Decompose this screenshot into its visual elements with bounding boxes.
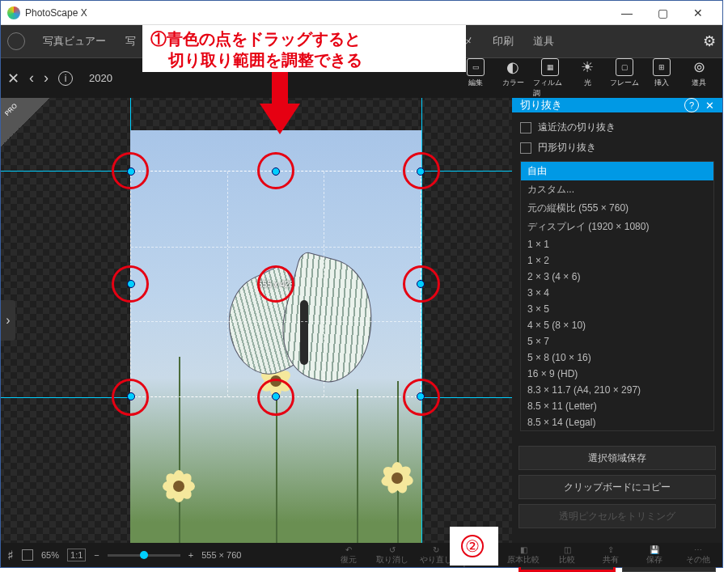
crop-panel: 切り抜き ? ✕ 遠近法の切り抜き 円形切り抜き 自由 カスタム... 元の縦横… bbox=[512, 98, 722, 543]
ratio-item[interactable]: 5 × 8 (10 × 16) bbox=[521, 350, 713, 366]
redo-button[interactable]: ↻やり直し bbox=[418, 545, 454, 566]
zoom-1to1-button[interactable]: 1:1 bbox=[67, 549, 86, 561]
svg-marker-0 bbox=[260, 71, 300, 134]
other-button[interactable]: ⋯その他 bbox=[680, 545, 716, 566]
history-toggle[interactable] bbox=[7, 32, 25, 50]
ratio-item[interactable]: 2 × 3 (4 × 6) bbox=[521, 269, 713, 285]
zoom-in-icon[interactable]: + bbox=[188, 550, 193, 560]
trim-transparent-button: 透明ピクセルをトリミング bbox=[518, 504, 716, 528]
panel-close-icon[interactable]: ✕ bbox=[705, 100, 714, 112]
titlebar: PhotoScape X — ▢ ✕ bbox=[1, 1, 722, 25]
canvas-area[interactable]: PRO › bbox=[1, 98, 512, 543]
tool-color[interactable]: ◐カラー bbox=[496, 58, 530, 99]
filename-label: 2020 bbox=[89, 72, 112, 84]
handle-bc[interactable] bbox=[272, 392, 280, 400]
app-title: PhotoScape X bbox=[25, 7, 87, 19]
zoom-value: 65% bbox=[41, 550, 59, 560]
ratio-item[interactable]: 1 × 1 bbox=[521, 236, 713, 252]
handle-tc[interactable] bbox=[272, 167, 280, 176]
panel-header: 切り抜き ? ✕ bbox=[512, 98, 722, 112]
undo-button[interactable]: ↺取り消し bbox=[375, 545, 410, 566]
ratio-item[interactable]: 3 × 4 bbox=[521, 285, 713, 301]
ratio-item[interactable]: ディスプレイ (1920 × 1080) bbox=[521, 218, 713, 236]
handle-bl[interactable] bbox=[127, 392, 135, 400]
compare-orig-button[interactable]: ◧原本比較 bbox=[506, 545, 541, 566]
tab-tools[interactable]: 道具 bbox=[523, 25, 564, 57]
tool-insert[interactable]: ⊞挿入 bbox=[645, 58, 679, 99]
ratio-item[interactable]: カスタム... bbox=[521, 180, 713, 199]
annotation-1: ①青色の点をドラッグすると 切り取り範囲を調整できる bbox=[142, 25, 466, 72]
share-button[interactable]: ⇪共有 bbox=[593, 545, 629, 566]
panel-title: 切り抜き bbox=[520, 98, 562, 112]
red-arrow-icon bbox=[256, 71, 304, 136]
ratio-item[interactable]: 元の縦横比 (555 × 760) bbox=[521, 199, 713, 218]
next-icon[interactable]: › bbox=[44, 70, 49, 87]
help-icon[interactable]: ? bbox=[684, 98, 699, 112]
ratio-item[interactable]: 8.3 × 11.7 (A4, 210 × 297) bbox=[521, 382, 713, 398]
close-window-button[interactable]: ✕ bbox=[680, 2, 716, 24]
info-icon[interactable]: i bbox=[58, 71, 73, 86]
save-selection-button[interactable]: 選択領域保存 bbox=[518, 446, 716, 470]
ratio-item[interactable]: 16 × 9 (HD) bbox=[521, 366, 713, 382]
tab-editor[interactable]: 写 bbox=[116, 25, 146, 57]
copy-clipboard-button[interactable]: クリップボードにコピー bbox=[518, 475, 716, 499]
app-logo-icon bbox=[7, 6, 20, 19]
annotation-2: ② bbox=[450, 527, 498, 566]
save-button[interactable]: 💾保存 bbox=[637, 545, 672, 566]
ratio-item[interactable]: 1 × 2 bbox=[521, 252, 713, 269]
image-dims: 555 × 760 bbox=[201, 550, 241, 560]
crop-size-label: 555 x 428 bbox=[258, 280, 294, 289]
ratio-item[interactable]: 8.5 × 11 (Letter) bbox=[521, 398, 713, 414]
tool-light[interactable]: ☀光 bbox=[570, 58, 604, 99]
handle-tl[interactable] bbox=[127, 167, 135, 176]
undo-all-button[interactable]: ↶復元 bbox=[331, 545, 366, 566]
app-window: PhotoScape X — ▢ ✕ 写真ビュアー 写 メ 印刷 道具 ⚙ ✕ … bbox=[0, 0, 723, 568]
bg-toggle-icon[interactable] bbox=[22, 549, 33, 561]
ratio-item[interactable]: 5 × 7 bbox=[521, 333, 713, 350]
grid-icon[interactable]: ♯ bbox=[7, 548, 14, 563]
handle-tr[interactable] bbox=[417, 167, 425, 176]
settings-gear-icon[interactable]: ⚙ bbox=[703, 32, 716, 50]
ratio-item[interactable]: 8.5 × 14 (Legal) bbox=[521, 414, 713, 430]
handle-br[interactable] bbox=[417, 392, 425, 400]
checkbox-circle[interactable]: 円形切り抜き bbox=[520, 141, 714, 155]
tool-film[interactable]: ▦フィルム調 bbox=[533, 58, 567, 99]
tool-frame[interactable]: ▢フレーム bbox=[607, 58, 641, 99]
tab-print[interactable]: 印刷 bbox=[483, 25, 523, 57]
checkbox-perspective[interactable]: 遠近法の切り抜き bbox=[520, 121, 714, 134]
ratio-item[interactable]: 3 × 5 bbox=[521, 301, 713, 317]
compare-button[interactable]: ◫比較 bbox=[549, 545, 585, 566]
tool-misc[interactable]: ⊚道具 bbox=[682, 58, 716, 99]
handle-mr[interactable] bbox=[417, 280, 425, 288]
zoom-slider[interactable] bbox=[108, 554, 180, 557]
handle-ml[interactable] bbox=[127, 280, 135, 288]
zoom-out-icon[interactable]: − bbox=[94, 550, 99, 560]
ratio-list: 自由 カスタム... 元の縦横比 (555 × 760) ディスプレイ (192… bbox=[520, 161, 714, 431]
crop-rectangle[interactable]: 555 x 428 bbox=[130, 171, 421, 397]
close-file-icon[interactable]: ✕ bbox=[7, 70, 19, 87]
statusbar: ♯ 65% 1:1 − + 555 × 760 ↶復元 ↺取り消し ↻やり直し … bbox=[1, 543, 722, 567]
prev-icon[interactable]: ‹ bbox=[29, 70, 34, 87]
minimize-button[interactable]: — bbox=[609, 2, 645, 24]
ratio-item[interactable]: 自由 bbox=[521, 162, 713, 180]
maximize-button[interactable]: ▢ bbox=[645, 2, 680, 24]
ratio-item[interactable]: 4 × 5 (8 × 10) bbox=[521, 317, 713, 333]
tab-viewer[interactable]: 写真ビュアー bbox=[33, 25, 116, 57]
